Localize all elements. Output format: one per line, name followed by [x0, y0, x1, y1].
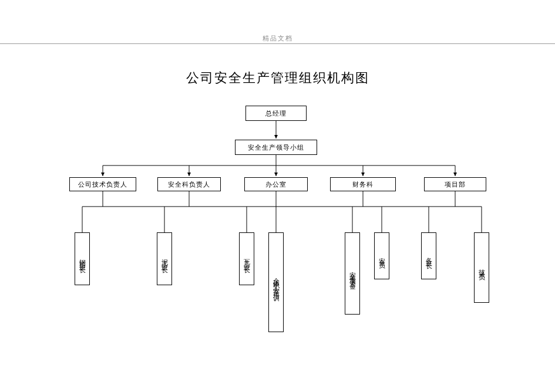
node-mud-foreman: 泥工班长 [157, 232, 172, 285]
node-safety-leadership-group: 安全生产领导小组 [235, 140, 317, 155]
node-safety-officer: 安全员 [374, 232, 389, 279]
node-tech-lead: 公司技术负责人 [69, 177, 136, 191]
node-project-dept: 项目部 [424, 177, 486, 191]
node-rebar-foreman: 钢筋班长 [75, 232, 90, 285]
node-general-manager: 总经理 [245, 106, 307, 121]
node-safety-head: 安全科负责人 [157, 177, 221, 191]
node-tile-foreman: 瓦工班长 [239, 232, 254, 285]
connector-lines [0, 0, 555, 392]
header-rule [0, 43, 555, 44]
label: 瓦工班长 [244, 254, 250, 263]
label: 泥工班长 [162, 254, 168, 263]
node-technician: 技术员 [474, 232, 489, 303]
label: 安全专项资金 [349, 266, 356, 281]
node-staff-training: 全体职工安全培训 [268, 232, 284, 332]
label: 全体职工安全培训 [273, 273, 280, 292]
label: 各班长 [426, 252, 432, 259]
node-team-leaders: 各班长 [421, 232, 436, 279]
node-safety-funds: 安全专项资金 [345, 232, 360, 315]
node-office: 办公室 [244, 177, 308, 191]
label: 钢筋班长 [79, 254, 86, 263]
diagram-title: 公司安全生产管理组织机构图 [186, 69, 369, 87]
label: 技术员 [479, 264, 485, 271]
page-header: 精品文档 [263, 34, 293, 43]
node-finance: 财务科 [330, 177, 396, 191]
label: 安全员 [379, 252, 385, 259]
